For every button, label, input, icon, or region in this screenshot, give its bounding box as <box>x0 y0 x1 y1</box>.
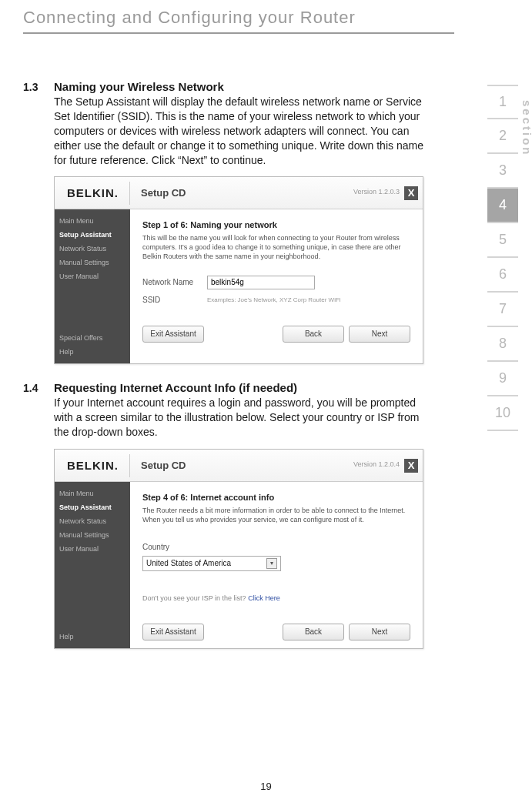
ssid-label: SSID <box>142 296 198 304</box>
back-button[interactable]: Back <box>283 326 344 343</box>
page-title: Connecting and Configuring your Router <box>0 0 532 32</box>
section-5[interactable]: 5 <box>487 223 518 258</box>
step-1-3: 1.3 Naming your Wireless Network The Set… <box>23 80 429 364</box>
step-number: 1.4 <box>23 381 54 440</box>
button-row: Exit Assistant Back Next <box>142 326 410 343</box>
step-text: The Setup Assistant will display the def… <box>54 95 429 167</box>
sidebar-item-offers[interactable]: Special Offers <box>55 331 130 345</box>
section-1[interactable]: 1 <box>487 85 518 119</box>
page-number: 19 <box>0 781 532 792</box>
sidebar-item-status[interactable]: Network Status <box>55 514 130 528</box>
country-select[interactable]: United States of America ▾ <box>142 556 281 571</box>
sidebar-item-setup-assistant[interactable]: Setup Assistant <box>55 228 130 242</box>
sidebar-item-main[interactable]: Main Menu <box>55 214 130 228</box>
step-title: Requesting Internet Account Info (if nee… <box>54 381 429 394</box>
next-button[interactable]: Next <box>349 326 410 343</box>
divider <box>129 454 130 477</box>
sidebar-item-help[interactable]: Help <box>55 630 130 644</box>
sidebar-item-manual[interactable]: Manual Settings <box>55 528 130 542</box>
close-icon[interactable]: X <box>404 186 418 200</box>
sidebar: Main Menu Setup Assistant Network Status… <box>55 482 130 647</box>
country-value: United States of America <box>146 559 231 567</box>
section-6[interactable]: 6 <box>487 258 518 293</box>
wizard-step-text: The Router needs a bit more information … <box>142 507 410 524</box>
next-button[interactable]: Next <box>349 624 410 640</box>
step-title: Naming your Wireless Network <box>54 80 429 93</box>
section-8[interactable]: 8 <box>487 327 518 362</box>
dialog-title: Setup CD <box>141 460 186 471</box>
dialog-main: Step 1 of 6: Naming your network This wi… <box>130 209 423 363</box>
ssid-hint: Examples: Joe's Network, XYZ Corp Router… <box>207 296 341 303</box>
dialog-header: BELKIN. Setup CD Version 1.2.0.4 X <box>55 450 423 482</box>
wizard-step-title: Step 4 of 6: Internet account info <box>142 493 410 502</box>
title-rule <box>23 32 454 34</box>
belkin-logo: BELKIN. <box>67 186 119 199</box>
isp-note: Don't you see your ISP in the list? Clic… <box>142 594 410 602</box>
wizard-step-title: Step 1 of 6: Naming your network <box>142 220 410 229</box>
network-name-label: Network Name <box>142 278 198 286</box>
divider <box>129 182 130 205</box>
sidebar-item-setup-assistant[interactable]: Setup Assistant <box>55 500 130 514</box>
step-1-4: 1.4 Requesting Internet Account Info (if… <box>23 381 429 648</box>
sidebar-item-main[interactable]: Main Menu <box>55 487 130 500</box>
isp-note-link[interactable]: Click Here <box>248 594 280 602</box>
dialog-header: BELKIN. Setup CD Version 1.2.0.3 X <box>55 177 423 209</box>
sidebar-item-help[interactable]: Help <box>55 345 130 359</box>
sidebar: Main Menu Setup Assistant Network Status… <box>55 209 130 363</box>
back-button[interactable]: Back <box>283 624 344 640</box>
section-7[interactable]: 7 <box>487 293 518 327</box>
section-9[interactable]: 9 <box>487 362 518 396</box>
setup-cd-screenshot-1: BELKIN. Setup CD Version 1.2.0.3 X Main … <box>54 176 423 364</box>
section-3[interactable]: 3 <box>487 154 518 189</box>
content: 1.3 Naming your Wireless Network The Set… <box>0 80 458 649</box>
exit-assistant-button[interactable]: Exit Assistant <box>142 624 204 640</box>
dialog-main: Step 4 of 6: Internet account info The R… <box>130 482 423 647</box>
sidebar-item-manual[interactable]: Manual Settings <box>55 256 130 269</box>
belkin-logo: BELKIN. <box>67 459 119 472</box>
dialog-title: Setup CD <box>141 187 186 199</box>
country-label: Country <box>142 543 169 551</box>
section-2[interactable]: 2 <box>487 119 518 154</box>
chevron-down-icon: ▾ <box>266 558 277 569</box>
close-icon[interactable]: X <box>404 459 418 473</box>
network-name-input[interactable] <box>207 276 315 289</box>
version-label: Version 1.2.0.3 <box>353 188 400 196</box>
wizard-step-text: This will be the name you will look for … <box>142 234 410 261</box>
sidebar-item-user-manual[interactable]: User Manual <box>55 542 130 556</box>
section-4[interactable]: 4 <box>487 189 518 223</box>
section-10[interactable]: 10 <box>487 396 518 431</box>
version-label: Version 1.2.0.4 <box>353 460 400 468</box>
step-text: If your Internet account requires a logi… <box>54 396 429 440</box>
exit-assistant-button[interactable]: Exit Assistant <box>142 326 204 343</box>
setup-cd-screenshot-2: BELKIN. Setup CD Version 1.2.0.4 X Main … <box>54 449 423 648</box>
isp-note-text: Don't you see your ISP in the list? <box>142 594 248 602</box>
step-number: 1.3 <box>23 80 54 167</box>
button-row: Exit Assistant Back Next <box>142 624 410 640</box>
section-label: section <box>520 100 532 157</box>
sidebar-item-user-manual[interactable]: User Manual <box>55 269 130 283</box>
section-nav: 1 2 3 4 5 6 7 8 9 10 <box>487 85 518 431</box>
sidebar-item-status[interactable]: Network Status <box>55 242 130 256</box>
